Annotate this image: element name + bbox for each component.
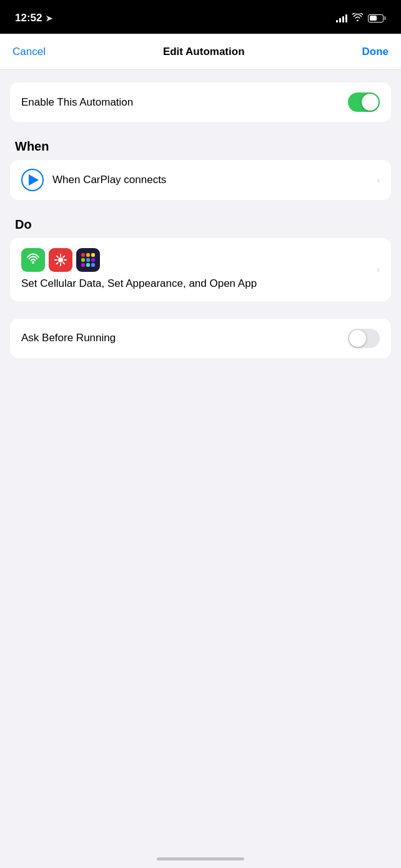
cellular-data-icon xyxy=(21,248,45,272)
battery-icon xyxy=(368,14,386,22)
enable-automation-card: Enable This Automation xyxy=(10,82,391,122)
svg-point-1 xyxy=(58,257,63,262)
when-section-title: When xyxy=(12,139,51,153)
when-chevron-icon: › xyxy=(377,175,380,185)
status-bar: 12:52 ➤ xyxy=(0,0,401,34)
svg-line-6 xyxy=(57,256,58,257)
nav-bar: Cancel Edit Automation Done xyxy=(0,34,401,70)
grid-icon xyxy=(81,253,95,267)
do-section-title: Do xyxy=(12,217,34,231)
location-icon: ➤ xyxy=(46,14,52,23)
carplay-icon xyxy=(21,169,44,191)
signal-icon xyxy=(336,14,347,22)
ask-toggle-knob xyxy=(349,330,366,347)
svg-line-8 xyxy=(57,262,58,264)
do-card: Set Cellular Data, Set Appearance, and O… xyxy=(10,238,391,301)
home-indicator xyxy=(157,857,244,861)
ask-toggle-row[interactable]: Ask Before Running xyxy=(10,319,391,358)
do-chevron-icon: › xyxy=(377,264,380,274)
status-time: 12:52 ➤ xyxy=(15,12,52,24)
do-action-label: Set Cellular Data, Set Appearance, and O… xyxy=(21,277,369,291)
content-area: Enable This Automation When When CarPlay… xyxy=(0,70,401,383)
appearance-icon xyxy=(49,248,72,272)
when-card: When CarPlay connects › xyxy=(10,160,391,200)
when-section: When When CarPlay connects › xyxy=(10,139,391,200)
enable-toggle-row[interactable]: Enable This Automation xyxy=(10,82,391,122)
ask-toggle-label: Ask Before Running xyxy=(21,332,116,344)
when-row[interactable]: When CarPlay connects › xyxy=(10,160,391,200)
status-icons xyxy=(336,12,386,24)
svg-line-9 xyxy=(63,256,64,257)
ask-before-running-card: Ask Before Running xyxy=(10,319,391,358)
open-app-icon xyxy=(76,248,100,272)
done-button[interactable]: Done xyxy=(362,46,389,58)
svg-point-0 xyxy=(32,261,34,264)
svg-line-7 xyxy=(63,262,64,264)
do-content: Set Cellular Data, Set Appearance, and O… xyxy=(21,248,369,291)
page-title: Edit Automation xyxy=(163,46,245,58)
toggle-knob xyxy=(362,94,379,111)
when-trigger-label: When CarPlay connects xyxy=(52,174,368,186)
enable-toggle[interactable] xyxy=(348,92,380,112)
play-triangle-icon xyxy=(29,174,39,186)
ask-toggle[interactable] xyxy=(348,329,380,348)
enable-toggle-label: Enable This Automation xyxy=(21,96,133,109)
wifi-icon xyxy=(352,12,363,24)
do-app-icons xyxy=(21,248,369,272)
do-section: Do xyxy=(10,217,391,301)
cancel-button[interactable]: Cancel xyxy=(12,46,46,58)
do-row[interactable]: Set Cellular Data, Set Appearance, and O… xyxy=(10,238,391,301)
